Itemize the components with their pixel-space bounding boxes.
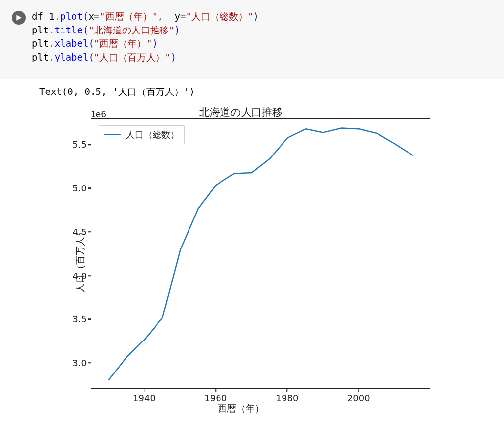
x-axis-label: 西暦（年） bbox=[41, 403, 440, 415]
cell-output: Text(0, 0.5, '人口（百万人）') 北海道の人口推移 1e6 人口（… bbox=[0, 79, 504, 422]
run-button[interactable] bbox=[12, 11, 26, 25]
y-tick-mark bbox=[88, 319, 91, 320]
x-tick-label: 1960 bbox=[204, 393, 227, 403]
y-tick-label: 3.0 bbox=[57, 357, 87, 368]
y-axis-label: 人口（百万人） bbox=[74, 227, 87, 293]
y-tick-mark bbox=[88, 275, 91, 276]
y-tick-label: 5.0 bbox=[57, 183, 87, 193]
code-cell: df_1.plot(x="西暦（年）", y="人口（総数）") plt.tit… bbox=[0, 0, 504, 79]
y-tick-label: 4.0 bbox=[57, 270, 87, 280]
play-icon bbox=[15, 14, 22, 21]
x-tick-mark bbox=[287, 389, 288, 392]
x-tick-label: 1980 bbox=[276, 393, 299, 403]
y-tick-mark bbox=[88, 362, 91, 363]
x-tick-label: 2000 bbox=[347, 393, 370, 403]
chart: 北海道の人口推移 1e6 人口（百万人） 人口（総数） 西暦（年） 3.03.5… bbox=[41, 102, 440, 417]
y-tick-label: 3.5 bbox=[57, 314, 87, 324]
y-tick-mark bbox=[88, 187, 91, 188]
x-tick-mark bbox=[358, 389, 359, 392]
data-line bbox=[91, 119, 431, 389]
cell-gutter bbox=[5, 10, 32, 64]
x-tick-mark bbox=[144, 389, 145, 392]
code-editor[interactable]: df_1.plot(x="西暦（年）", y="人口（総数）") plt.tit… bbox=[32, 10, 259, 64]
x-tick-label: 1940 bbox=[133, 393, 156, 403]
y-tick-label: 5.5 bbox=[57, 139, 87, 150]
x-tick-mark bbox=[215, 389, 216, 392]
y-scale-label: 1e6 bbox=[91, 109, 106, 119]
output-repr: Text(0, 0.5, '人口（百万人）') bbox=[39, 86, 499, 98]
y-tick-label: 4.5 bbox=[57, 226, 87, 237]
y-tick-mark bbox=[88, 231, 91, 232]
plot-area: 人口（総数） bbox=[91, 118, 430, 389]
y-tick-mark bbox=[88, 144, 91, 145]
